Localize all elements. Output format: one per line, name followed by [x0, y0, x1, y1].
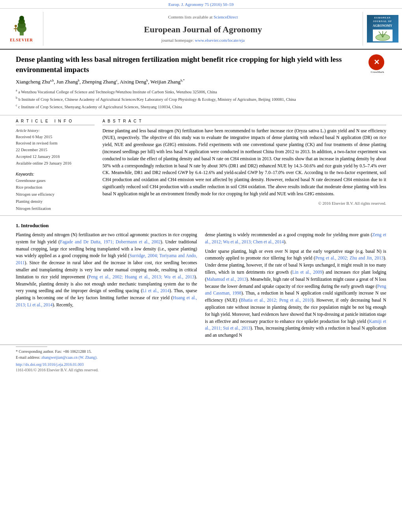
ref-link[interactable]: Li et al., 2014: [142, 288, 169, 293]
journal-reference: Europ. J. Agronomy 75 (2016) 50–59: [0, 0, 402, 9]
email-link[interactable]: zhangweijian@caas.cn (W. Zhang).: [41, 355, 97, 360]
ref-link[interactable]: Peng et al., 2002; Huang et al., 2013; W…: [89, 274, 195, 279]
crossmark-badge[interactable]: ✕ CrossMark: [368, 54, 386, 72]
ref-link[interactable]: Kamiji et al., 2011; Sui et al., 2013: [205, 319, 386, 331]
affiliation-a: a a Wenzhou Vocational College of Scienc…: [16, 88, 386, 95]
intro-section-title: 1. Introduction: [16, 222, 386, 229]
contents-label: Contents lists available at ScienceDirec…: [168, 14, 238, 20]
abstract-heading: A B S T R A C T: [102, 119, 386, 125]
keywords-label: Keywords:: [16, 172, 95, 177]
abstract-text: Dense planting and less basal nitrogen (…: [102, 128, 386, 198]
svg-point-5: [15, 25, 17, 27]
journal-header: ELSEVIER Contents lists available at Sci…: [0, 9, 402, 50]
affiliations: a a Wenzhou Vocational College of Scienc…: [16, 88, 386, 110]
article-info-heading: A R T I C L E I N F O: [16, 119, 95, 125]
intro-para-3: Under sparse planting, high or even over…: [205, 248, 386, 339]
available-date: Available online 29 January 2016: [16, 160, 95, 167]
ref-link[interactable]: Fagade and De Datta, 1971; Dobermann et …: [60, 239, 161, 244]
keyword-item: Nitrogen fertilization: [16, 205, 95, 212]
intro-heading-section: 1. Introduction: [0, 215, 402, 229]
keyword-item: Greenhouse gases: [16, 177, 95, 184]
intro-col2: dense planting is widely recommended as …: [205, 232, 386, 341]
ref-link[interactable]: Zeng et al., 2012; Wu et al., 2013; Chen…: [205, 232, 386, 244]
intro-body: Planting density and nitrogen (N) fertil…: [0, 232, 402, 341]
article-info-abstract-section: A R T I C L E I N F O Article history: R…: [0, 115, 402, 215]
keywords-list: Greenhouse gases Rice production Nitroge…: [16, 177, 95, 212]
ref-link[interactable]: Surridge, 2004; Toriyama and Ando, 2011: [16, 253, 197, 265]
keyword-item: Rice production: [16, 184, 95, 191]
journal-title: European Journal of Agronomy: [144, 24, 262, 36]
agronomy-logo: EUROPEAN JOURNAL OF AGRONOMY: [363, 12, 402, 46]
ref-link[interactable]: Huang et al., 2013; Li et al., 2014: [16, 295, 197, 307]
authors-line: Xiangcheng Zhua,b, Jun Zhangb, Zhenping …: [16, 78, 386, 86]
footnote-section: * Corresponding author. Fax: +86 1062128…: [0, 345, 402, 373]
article-history-label: Article history:: [16, 128, 95, 134]
ref-link[interactable]: Mahamud et al., 2013: [207, 277, 246, 282]
article-title: Dense planting with less basal nitrogen …: [16, 54, 386, 74]
accepted-date: Accepted 12 January 2016: [16, 154, 95, 160]
elsevier-logo: ELSEVIER: [0, 12, 43, 46]
ref-link[interactable]: Peng and Cassman, 1998: [205, 284, 386, 296]
abstract-col: A B S T R A C T Dense planting and less …: [102, 119, 386, 212]
revised-date: Received in revised form22 December 2015: [16, 140, 95, 154]
homepage-url[interactable]: www.elsevier.com/locate/eja: [195, 38, 244, 43]
ref-link[interactable]: Bhatia et al., 2012; Peng et al., 2010: [241, 298, 312, 302]
intro-col1: Planting density and nitrogen (N) fertil…: [16, 232, 197, 341]
journal-center: Contents lists available at ScienceDirec…: [43, 12, 363, 46]
article-history: Article history: Received 6 May 2015 Rec…: [16, 128, 95, 167]
ref-link[interactable]: Lin et al., 2009: [292, 270, 322, 274]
corresponding-author-note: * Corresponding author. Fax: +86 1062128…: [16, 348, 386, 354]
affiliation-b: b b Institute of Crop Science, Chinese A…: [16, 96, 386, 102]
article-info-col: A R T I C L E I N F O Article history: R…: [16, 119, 95, 212]
svg-point-4: [19, 16, 24, 20]
keywords-block: Keywords: Greenhouse gases Rice producti…: [16, 172, 95, 212]
article-header: Dense planting with less basal nitrogen …: [0, 50, 402, 115]
affiliation-c: c c Institute of Crop Science, Shenyang …: [16, 103, 386, 110]
email-note: E-mail address: zhangweijian@caas.cn (W.…: [16, 354, 386, 360]
keyword-item: Planting density: [16, 198, 95, 205]
agronomy-logo-box: EUROPEAN JOURNAL OF AGRONOMY: [367, 15, 398, 43]
elsevier-tree-icon: [8, 15, 35, 37]
copyright-line: © 2016 Elsevier B.V. All rights reserved…: [102, 201, 386, 207]
ref-link[interactable]: Peng et al., 2002; Zhu and Jin, 2013: [315, 256, 383, 260]
received-date: Received 6 May 2015: [16, 134, 95, 141]
journal-homepage: journal homepage: www.elsevier.com/locat…: [161, 37, 244, 43]
doi-line[interactable]: http://dx.doi.org/10.1016/j.eja.2016.01.…: [16, 362, 386, 367]
elsevier-brand-text: ELSEVIER: [10, 37, 33, 43]
crossmark-icon: ✕: [368, 54, 384, 70]
intro-para-2: dense planting is widely recommended as …: [205, 232, 386, 246]
issn-line: 1161-0301/© 2016 Elsevier B.V. All right…: [16, 367, 386, 373]
sciencedirect-link[interactable]: ScienceDirect: [214, 15, 238, 19]
intro-para-1: Planting density and nitrogen (N) fertil…: [16, 232, 197, 309]
keyword-item: Nitrogen use efficiency: [16, 191, 95, 198]
